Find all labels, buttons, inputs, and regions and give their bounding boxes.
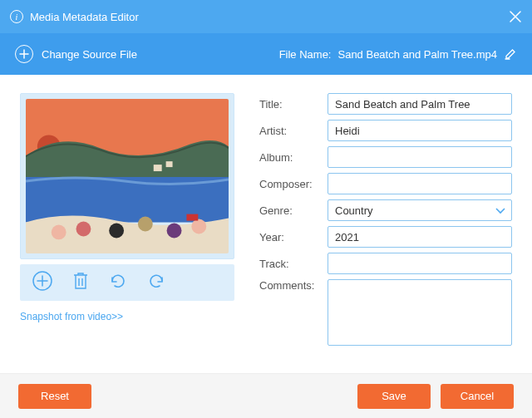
footer-right: Save Cancel (357, 384, 514, 409)
filename-label: File Name: (279, 48, 332, 61)
content: Snapshot from video>> Title: Artist: Alb… (0, 75, 532, 373)
svg-rect-9 (186, 214, 198, 221)
footer: Reset Save Cancel (0, 373, 532, 418)
title-field[interactable] (328, 93, 512, 115)
label-album: Album: (259, 151, 328, 164)
svg-point-3 (52, 225, 66, 240)
add-thumbnail-button[interactable] (32, 270, 53, 295)
label-year: Year: (259, 231, 328, 243)
subbar: Change Source File File Name: Sand Beatc… (0, 33, 532, 75)
filename-group: File Name: Sand Beatch and Palm Tree.mp4 (279, 47, 517, 61)
row-track: Track: (259, 253, 512, 274)
row-comments: Comments: (259, 279, 512, 346)
label-track: Track: (259, 258, 328, 270)
row-composer: Composer: (259, 173, 512, 194)
info-icon: i (10, 10, 23, 23)
thumbnail-column: Snapshot from video>> (20, 93, 234, 361)
cancel-button[interactable]: Cancel (441, 384, 514, 409)
window-title: Media Metadata Editor (30, 11, 139, 23)
svg-point-6 (138, 217, 153, 232)
thumbnail-toolbar (20, 264, 234, 301)
label-artist: Artist: (259, 125, 328, 137)
genre-select[interactable] (328, 199, 512, 221)
snapshot-link[interactable]: Snapshot from video>> (20, 311, 234, 322)
filename-value: Sand Beatch and Palm Tree.mp4 (337, 48, 497, 61)
svg-point-4 (76, 222, 91, 237)
delete-thumbnail-button[interactable] (71, 271, 90, 294)
row-album: Album: (259, 146, 512, 168)
reset-button[interactable]: Reset (18, 384, 91, 409)
svg-point-8 (191, 219, 206, 234)
row-genre: Genre: (259, 199, 512, 221)
redo-button[interactable] (146, 271, 166, 294)
label-comments: Comments: (259, 279, 328, 292)
svg-rect-11 (166, 161, 173, 167)
artist-field[interactable] (328, 120, 512, 141)
year-field[interactable] (328, 226, 512, 248)
row-title: Title: (259, 93, 512, 115)
thumbnail-frame (20, 93, 234, 259)
composer-field[interactable] (328, 173, 512, 194)
titlebar-left: i Media Metadata Editor (10, 10, 139, 23)
row-year: Year: (259, 226, 512, 248)
label-composer: Composer: (259, 178, 328, 190)
svg-point-7 (167, 224, 182, 239)
media-metadata-window: i Media Metadata Editor Change Source Fi… (0, 0, 532, 418)
change-source-label: Change Source File (42, 48, 137, 61)
edit-icon[interactable] (504, 47, 517, 61)
close-icon[interactable] (509, 10, 522, 23)
album-field[interactable] (328, 146, 512, 168)
plus-icon (15, 45, 33, 63)
titlebar: i Media Metadata Editor (0, 0, 532, 33)
label-genre: Genre: (259, 204, 328, 217)
track-field[interactable] (328, 253, 512, 274)
save-button[interactable]: Save (357, 384, 431, 409)
undo-button[interactable] (108, 271, 128, 294)
thumbnail-image (26, 99, 229, 253)
comments-field[interactable] (328, 279, 512, 346)
label-title: Title: (259, 98, 328, 111)
svg-rect-10 (154, 165, 162, 171)
row-artist: Artist: (259, 120, 512, 141)
change-source-button[interactable]: Change Source File (15, 45, 137, 63)
svg-point-5 (109, 224, 124, 239)
metadata-form: Title: Artist: Album: Composer: Genre: (259, 93, 512, 361)
